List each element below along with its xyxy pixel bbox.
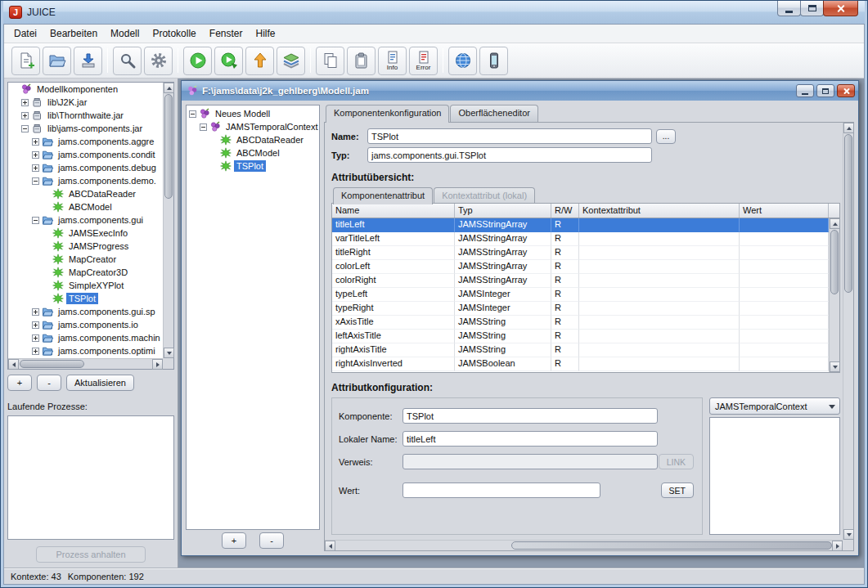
wert-input[interactable] bbox=[403, 483, 600, 498]
titlebar[interactable]: J JUICE bbox=[3, 1, 865, 24]
tree-expander-icon[interactable] bbox=[21, 125, 29, 132]
tree-item[interactable]: jams.components.debug bbox=[8, 161, 163, 174]
scrollbar-up-button[interactable] bbox=[830, 218, 840, 229]
table-column-header[interactable]: Wert bbox=[740, 204, 829, 218]
table-row[interactable]: varTitleLeft JAMSStringArray R bbox=[332, 232, 829, 246]
scrollbar-down-button[interactable] bbox=[830, 361, 840, 372]
minimize-button[interactable] bbox=[777, 1, 801, 16]
tree-item[interactable]: jams.components.gui.sp bbox=[8, 305, 163, 318]
tree-expander-icon[interactable] bbox=[32, 217, 39, 224]
tree-expander-icon[interactable] bbox=[32, 321, 39, 329]
table-row[interactable]: colorRight JAMSStringArray R bbox=[332, 274, 829, 288]
tree-horizontal-scrollbar[interactable] bbox=[8, 358, 163, 369]
model-tree-item[interactable]: TSPlot bbox=[187, 159, 319, 173]
table-row[interactable]: colorLeft JAMSStringArray R bbox=[332, 260, 829, 274]
scrollbar-right-button[interactable] bbox=[832, 541, 843, 551]
scrollbar-thumb[interactable] bbox=[164, 94, 173, 199]
tree-expander-icon[interactable] bbox=[32, 138, 39, 146]
table-column-header[interactable]: R/W bbox=[551, 204, 579, 218]
scrollbar-thumb[interactable] bbox=[20, 360, 84, 368]
tree-expander-icon[interactable] bbox=[32, 177, 39, 185]
tree-item[interactable]: ABCDataReader bbox=[8, 187, 163, 200]
tree-item[interactable]: jams.components.condit bbox=[8, 148, 163, 161]
save-model-button[interactable] bbox=[74, 47, 102, 75]
name-input[interactable] bbox=[367, 128, 652, 144]
run-model-gui-button[interactable] bbox=[214, 47, 243, 75]
maximize-button[interactable] bbox=[800, 1, 824, 16]
copy-log-button[interactable] bbox=[316, 47, 344, 75]
tree-item[interactable]: Modellkomponenten bbox=[8, 83, 163, 96]
tree-expander-icon[interactable] bbox=[32, 348, 39, 355]
scrollbar-thumb[interactable] bbox=[511, 541, 832, 550]
tree-expander-icon[interactable] bbox=[32, 151, 39, 159]
tree-item[interactable]: jams.components.demo. bbox=[8, 174, 163, 187]
tree-expander-icon[interactable] bbox=[32, 308, 39, 316]
menu-item[interactable]: Bearbeiten bbox=[43, 25, 104, 42]
tree-item[interactable]: lib\Thornthwaite.jar bbox=[8, 109, 163, 122]
context-attribute-list[interactable] bbox=[709, 417, 840, 535]
table-column-header[interactable]: Kontextattribut bbox=[579, 204, 740, 218]
tree-expander-icon[interactable] bbox=[32, 164, 39, 172]
tree-item[interactable]: lib\jams-components.jar bbox=[8, 122, 163, 135]
menu-item[interactable]: Hilfe bbox=[249, 25, 281, 42]
table-row[interactable]: titleLeft JAMSStringArray R bbox=[332, 218, 829, 232]
tree-expander-icon[interactable] bbox=[21, 99, 29, 106]
model-tree-item[interactable]: ABCDataReader bbox=[187, 133, 319, 146]
table-column-header[interactable]: Typ bbox=[455, 204, 551, 218]
config-horizontal-scrollbar[interactable] bbox=[325, 540, 843, 550]
tree-item[interactable]: jams.components.io bbox=[8, 318, 163, 331]
running-processes-list[interactable] bbox=[7, 415, 174, 540]
tree-item[interactable]: jams.components.gui bbox=[8, 213, 163, 227]
tree-item[interactable]: jams.components.aggre bbox=[8, 135, 163, 148]
device-button[interactable] bbox=[479, 47, 508, 75]
table-row[interactable]: typeLeft JAMSInteger R bbox=[332, 288, 829, 302]
tree-expander-icon[interactable] bbox=[32, 334, 39, 342]
model-window-titlebar[interactable]: F:\jams\data\j2k_gehlberg\Modell.jam bbox=[182, 81, 858, 101]
table-row[interactable]: rightAxisInverted JAMSBoolean R bbox=[332, 357, 829, 371]
typ-input[interactable] bbox=[367, 147, 652, 163]
close-button[interactable] bbox=[823, 1, 858, 16]
tree-expander-icon[interactable] bbox=[200, 123, 207, 131]
scrollbar-up-button[interactable] bbox=[843, 123, 854, 133]
error-log-button[interactable]: Error bbox=[409, 47, 438, 75]
config-tab[interactable]: Oberflächeneditor bbox=[450, 105, 537, 122]
menu-item[interactable]: Protokolle bbox=[146, 25, 202, 42]
table-row[interactable]: typeRight JAMSInteger R bbox=[332, 302, 829, 316]
model-add-button[interactable]: + bbox=[222, 532, 246, 549]
model-window-maximize-button[interactable] bbox=[816, 84, 834, 97]
komponente-input[interactable] bbox=[403, 408, 658, 424]
model-tree-item[interactable]: JAMSTemporalContext bbox=[187, 120, 319, 133]
model-remove-button[interactable]: - bbox=[259, 532, 284, 549]
online-help-button[interactable] bbox=[448, 47, 477, 75]
tree-item[interactable]: TSPlot bbox=[8, 292, 163, 305]
model-window-minimize-button[interactable] bbox=[796, 84, 814, 97]
table-row[interactable]: xAxisTitle JAMSString R bbox=[332, 316, 829, 330]
tree-item[interactable]: MapCreator bbox=[8, 253, 163, 266]
gis-layers-button[interactable] bbox=[277, 47, 305, 75]
scrollbar-down-button[interactable] bbox=[843, 529, 854, 540]
tree-item[interactable]: ABCModel bbox=[8, 200, 163, 213]
menu-item[interactable]: Modell bbox=[104, 25, 146, 42]
table-column-header[interactable]: Name bbox=[332, 204, 455, 218]
tree-item[interactable]: SimpleXYPlot bbox=[8, 279, 163, 292]
remove-component-button[interactable]: - bbox=[37, 375, 61, 391]
attribute-tab[interactable]: Komponentenattribut bbox=[333, 187, 433, 204]
table-vertical-scrollbar[interactable] bbox=[829, 218, 839, 372]
scrollbar-up-button[interactable] bbox=[164, 83, 174, 93]
info-log-button[interactable]: Info bbox=[378, 47, 407, 75]
clipboard-button[interactable] bbox=[347, 47, 376, 75]
tree-item[interactable]: lib\J2K.jar bbox=[8, 96, 163, 109]
tree-item[interactable]: JAMSProgress bbox=[8, 240, 163, 253]
open-model-button[interactable] bbox=[43, 47, 71, 75]
add-component-button[interactable]: + bbox=[7, 375, 32, 391]
tree-expander-icon[interactable] bbox=[21, 112, 29, 119]
menu-item[interactable]: Fenster bbox=[203, 25, 250, 42]
browse-button[interactable]: ... bbox=[656, 129, 676, 144]
upload-model-button[interactable] bbox=[245, 47, 274, 75]
tree-vertical-scrollbar[interactable] bbox=[163, 83, 173, 358]
run-model-button[interactable] bbox=[183, 47, 212, 75]
model-window-close-button[interactable] bbox=[837, 84, 855, 97]
scrollbar-left-button[interactable] bbox=[325, 541, 335, 551]
scrollbar-left-button[interactable] bbox=[8, 359, 19, 370]
tree-item[interactable]: jams.components.machin bbox=[8, 331, 163, 344]
